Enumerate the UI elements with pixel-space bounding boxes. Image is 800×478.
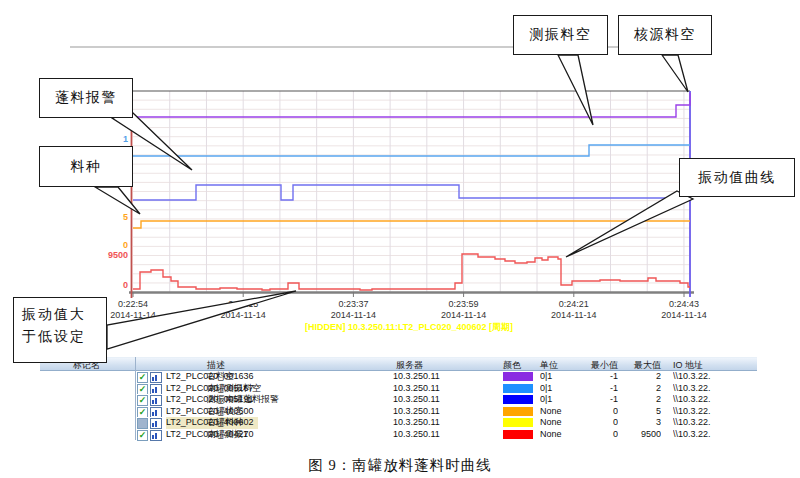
document-page: 0:22:542014-11-140:23:152014-11-140:23:3… [0, 0, 800, 478]
callout-heyuan-empty-label: 核源料空 [634, 26, 696, 44]
callout-vibration-low-label: 振动值大于低设定 [22, 304, 98, 347]
x-tick-date: 2014-11-14 [551, 310, 596, 320]
callout-pointer [662, 55, 688, 92]
callout-vibration-curve: 振动值曲线 [679, 158, 795, 197]
trend-chart[interactable]: 0:22:542014-11-140:23:152014-11-140:23:3… [0, 0, 800, 478]
series-测振南罐蓬料报警[interactable] [133, 185, 690, 200]
series-右罐状态[interactable] [133, 221, 690, 228]
x-tick-date: 2014-11-14 [661, 310, 706, 320]
callout-vibration-low: 振动值大于低设定 [13, 297, 107, 363]
callout-peng-alarm-label: 蓬料报警 [55, 89, 117, 107]
y-axis-label: 1 [123, 134, 128, 144]
callout-cezhen-empty-label: 测振料空 [530, 26, 592, 44]
callout-material-type-label: 料种 [71, 158, 102, 176]
callout-material-type: 料种 [39, 146, 133, 187]
y-axis-label: 0 [123, 280, 128, 290]
y-axis-label: 0 [123, 240, 128, 250]
series-右料空[interactable] [133, 93, 690, 117]
series-南罐测振1[interactable] [133, 254, 690, 290]
x-tick-time: 0:24:21 [559, 299, 589, 309]
x-tick-time: 0:24:43 [669, 299, 699, 309]
callout-heyuan-empty: 核源料空 [618, 15, 712, 55]
y-axis-label: 5 [123, 212, 128, 222]
callout-peng-alarm: 蓬料报警 [39, 78, 133, 118]
x-tick-date: 2014-11-14 [331, 310, 376, 320]
x-tick-time: 0:23:37 [338, 299, 368, 309]
x-tick-date: 2014-11-14 [441, 310, 486, 320]
series-南罐测振料空[interactable] [133, 145, 690, 156]
y-axis-label: 9500 [108, 250, 128, 260]
callout-pointer [558, 55, 593, 125]
callout-vibration-curve-label: 振动值曲线 [698, 169, 776, 187]
x-tick-time: 0:22:54 [118, 299, 148, 309]
hidden-tag-status-text: [HIDDEN] 10.3.250.11:LT2_PLC020_400602 [… [305, 321, 565, 334]
callout-cezhen-empty: 测振料空 [513, 15, 608, 55]
x-tick-time: 0:23:59 [449, 299, 479, 309]
